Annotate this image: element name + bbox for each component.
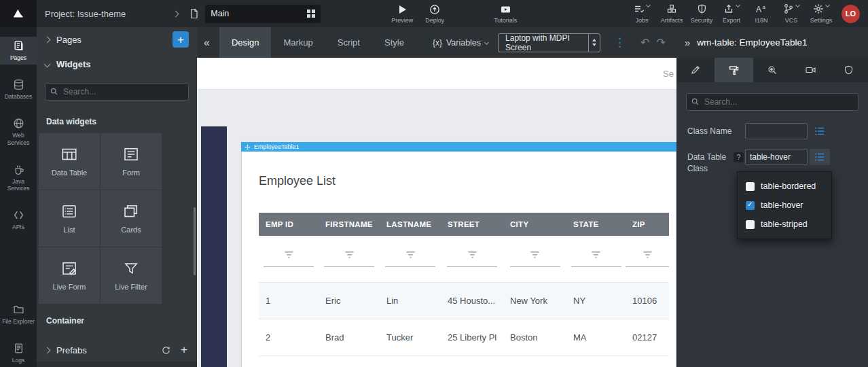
table-title[interactable]: Employee List — [259, 174, 336, 188]
widget-card-list[interactable]: List — [39, 190, 100, 247]
vcs-button[interactable]: VCS — [778, 3, 805, 24]
app-page-body[interactable]: EmployeeTable1 Employee List EMP ID FIRS… — [197, 90, 676, 367]
security-button[interactable]: Security — [688, 3, 715, 24]
column-header[interactable]: STATE — [566, 213, 626, 236]
widget-card-live-form[interactable]: Live Form — [39, 247, 100, 304]
device-stepper[interactable] — [588, 34, 600, 52]
refresh-prefabs-button[interactable] — [160, 344, 173, 357]
rail-item-logs[interactable]: Logs — [0, 339, 37, 367]
export-button[interactable]: Export — [718, 3, 745, 24]
column-header[interactable]: EMP ID — [259, 213, 319, 236]
column-header[interactable]: FIRSTNAME — [319, 213, 380, 236]
rail-item-apis[interactable]: APIs — [0, 206, 37, 234]
filter-input[interactable] — [447, 266, 497, 267]
prefabs-section-header[interactable]: Prefabs + — [37, 338, 197, 362]
tab-styles[interactable] — [715, 58, 753, 82]
table-row[interactable]: 2 Brad Tucker 25 Liberty Pl Boston MA 02… — [259, 319, 669, 355]
tab-markup[interactable]: Markup — [271, 27, 325, 58]
tab-properties[interactable] — [676, 58, 715, 82]
filter-funnel-icon[interactable] — [467, 251, 477, 260]
filter-funnel-icon[interactable] — [284, 251, 294, 260]
class-name-list-button[interactable] — [810, 123, 830, 139]
collapse-left-panel-icon[interactable]: « — [204, 37, 210, 49]
tab-security[interactable] — [830, 58, 868, 82]
rail-item-databases[interactable]: Databases — [0, 75, 37, 103]
properties-search-input[interactable] — [686, 93, 858, 111]
app-page-header[interactable]: Se — [197, 58, 676, 90]
device-selector[interactable]: Laptop with MDPI Screen — [498, 33, 600, 52]
filter-funnel-icon[interactable] — [643, 251, 653, 260]
filter-input[interactable] — [324, 266, 374, 267]
filter-funnel-icon[interactable] — [530, 251, 540, 260]
settings-button[interactable]: Settings — [808, 3, 835, 24]
tutorials-button[interactable]: Tutorials — [489, 4, 522, 24]
data-table-class-input[interactable] — [745, 149, 808, 165]
filter-input[interactable] — [510, 266, 560, 267]
page-selector[interactable]: Main — [205, 5, 321, 23]
i18n-button[interactable]: Aa I18N — [748, 3, 775, 24]
filter-funnel-icon[interactable] — [344, 251, 355, 260]
filter-input[interactable] — [626, 266, 669, 267]
filter-cell[interactable] — [441, 236, 503, 282]
collapse-right-panel-icon[interactable]: » — [685, 37, 690, 48]
more-menu-icon[interactable]: ⋮ — [614, 37, 626, 48]
add-page-button[interactable]: + — [173, 31, 189, 48]
widget-search-input[interactable] — [45, 83, 189, 101]
tab-design[interactable]: Design — [219, 27, 271, 58]
widget-card-cards[interactable]: Cards — [101, 190, 162, 247]
dropdown-item-table-hover[interactable]: table-hover — [738, 196, 831, 215]
dropdown-item-table-bordered[interactable]: table-bordered — [738, 177, 831, 196]
checkbox[interactable] — [746, 220, 755, 229]
panel-scrollbar[interactable] — [194, 207, 196, 275]
widgets-section-header[interactable]: Widgets — [37, 52, 197, 76]
filter-cell[interactable] — [380, 236, 441, 282]
filter-cell[interactable] — [503, 236, 566, 282]
data-table-class-list-button[interactable] — [810, 149, 830, 165]
help-icon[interactable]: ? — [734, 152, 744, 162]
selected-table-widget[interactable]: EmployeeTable1 Employee List EMP ID FIRS… — [241, 142, 676, 367]
design-canvas[interactable]: Se EmployeeTable1 Employee List — [197, 58, 676, 367]
pages-section-header[interactable]: Pages + — [37, 27, 197, 52]
class-name-input[interactable] — [745, 123, 808, 139]
filter-cell[interactable] — [626, 236, 669, 282]
jobs-button[interactable]: Jobs — [628, 3, 655, 24]
artifacts-button[interactable]: Artifacts — [658, 3, 685, 24]
filter-funnel-icon[interactable] — [405, 251, 416, 260]
widget-card-form[interactable]: Form — [101, 133, 162, 190]
filter-input[interactable] — [571, 266, 621, 267]
filter-input[interactable] — [385, 266, 435, 267]
rail-item-web-services[interactable]: Web Services — [0, 114, 37, 149]
grid-icon[interactable] — [307, 10, 315, 18]
tab-style[interactable]: Style — [372, 27, 416, 58]
table-row-partial[interactable] — [259, 355, 669, 367]
user-avatar[interactable]: LO — [842, 5, 860, 23]
rail-item-file-explorer[interactable]: File Explorer — [0, 300, 37, 328]
employee-table[interactable]: EMP ID FIRSTNAME LASTNAME STREET CITY ST… — [259, 213, 669, 367]
rail-item-pages[interactable]: Pages — [0, 37, 37, 65]
widget-card-data-table[interactable]: Data Table — [39, 133, 100, 190]
column-header[interactable]: LASTNAME — [380, 213, 441, 236]
rail-item-java-services[interactable]: Java Services — [0, 160, 37, 195]
tab-media[interactable] — [791, 58, 829, 82]
tab-script[interactable]: Script — [325, 27, 372, 58]
dropdown-item-table-striped[interactable]: table-striped — [738, 215, 831, 234]
filter-cell[interactable] — [259, 236, 319, 282]
tab-inspect[interactable] — [753, 58, 791, 82]
filter-cell[interactable] — [319, 236, 380, 282]
redo-icon[interactable]: ↷ — [656, 36, 665, 49]
deploy-button[interactable]: Deploy — [418, 4, 451, 24]
checkbox[interactable] — [746, 182, 755, 191]
undo-icon[interactable]: ↶ — [640, 36, 649, 49]
column-header[interactable]: STREET — [441, 213, 503, 236]
filter-cell[interactable] — [566, 236, 626, 282]
project-chevron-icon[interactable] — [173, 10, 179, 17]
variables-button[interactable]: {x} Variables — [433, 38, 488, 48]
app-left-nav[interactable] — [201, 126, 227, 367]
column-header[interactable]: CITY — [503, 213, 566, 236]
table-row[interactable]: 1 Eric Lin 45 Housto... New York NY 1010… — [259, 282, 669, 319]
checkbox[interactable] — [746, 201, 755, 210]
wavemaker-logo[interactable] — [0, 0, 37, 27]
filter-input[interactable] — [264, 266, 314, 267]
widget-selection-bar[interactable]: EmployeeTable1 — [241, 142, 676, 152]
column-header[interactable]: ZIP — [626, 213, 669, 236]
